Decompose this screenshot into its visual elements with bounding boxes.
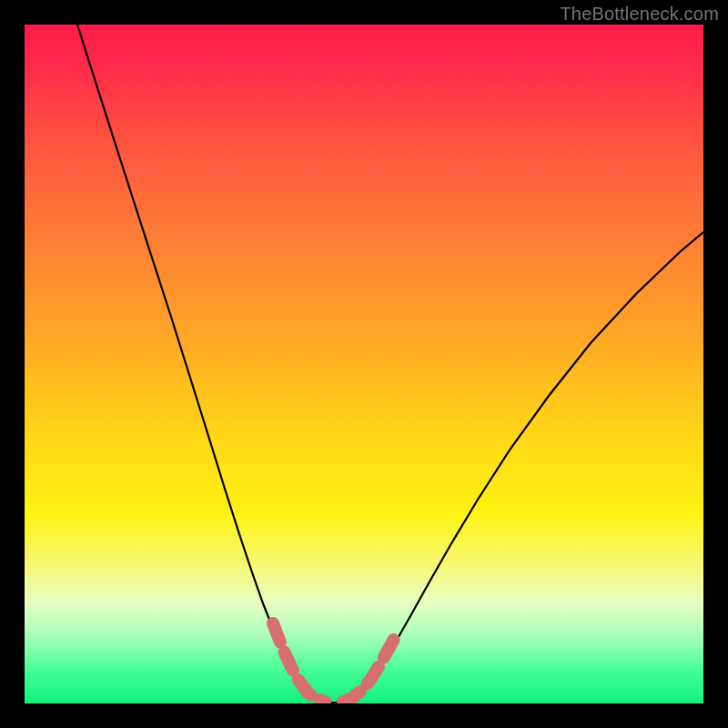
- chart-svg: [25, 25, 703, 703]
- series-left-dashed-highlight: [273, 623, 325, 702]
- series-bottleneck-curve: [77, 25, 703, 703]
- series-group: [77, 25, 703, 703]
- series-right-dashed-highlight: [343, 632, 398, 702]
- watermark-label: TheBottleneck.com: [560, 4, 719, 25]
- plot-area: [25, 25, 703, 703]
- chart-frame: TheBottleneck.com: [0, 0, 728, 728]
